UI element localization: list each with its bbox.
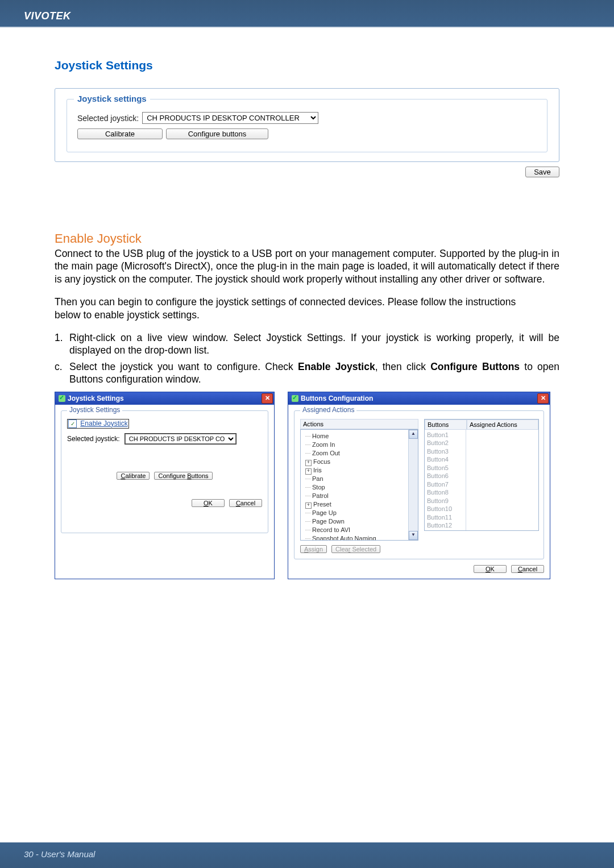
tree-item[interactable]: Zoom Out	[305, 449, 418, 458]
joystick-settings-fieldset: Joystick settings Selected joystick: CH …	[67, 99, 547, 152]
joystick-settings-panel: Joystick settings Selected joystick: CH …	[55, 88, 559, 162]
inner-legend: Joystick Settings	[67, 406, 122, 414]
footer-text: 30 - User's Manual	[24, 849, 95, 859]
window-title: Joystick Settings	[68, 394, 259, 402]
tree-connector	[305, 530, 310, 530]
calibrate-button[interactable]: Calibrate	[77, 128, 163, 139]
configure-buttons-button-2[interactable]: Configure Buttons	[154, 472, 212, 480]
selected-joystick-dropdown[interactable]: CH PRODUCTS IP DESKTOP CONTROLLER	[142, 112, 318, 124]
assigned-actions-column	[466, 430, 532, 530]
brand: VIVOTEK	[24, 10, 71, 22]
selected-joystick-dropdown-2[interactable]: CH PRODUCTS IP DESKTOP CON	[125, 434, 236, 444]
tree-item[interactable]: Stop	[305, 483, 418, 492]
section-title: Joystick Settings	[55, 59, 559, 72]
buttons-table[interactable]: Buttons Assigned Actions Button1Button2B…	[424, 419, 539, 531]
tree-connector	[305, 496, 310, 496]
enable-joystick-p2b: below to enable joystick settings.	[55, 309, 559, 321]
steps-list: 1. Right-click on a live view window. Se…	[55, 331, 559, 386]
table-row[interactable]: Button2	[427, 439, 463, 447]
cancel-button-b[interactable]: Cancel	[511, 565, 544, 573]
tree-connector	[305, 479, 310, 479]
tree-item-label: Pan	[312, 475, 323, 482]
table-row[interactable]: Button11	[427, 513, 463, 522]
scroll-up-icon[interactable]: ▲	[409, 430, 418, 439]
tree-item[interactable]: Patrol	[305, 492, 418, 500]
buttons-configuration-window: Buttons Configuration ✕ Assigned Actions…	[288, 392, 550, 579]
table-row[interactable]: Button3	[427, 447, 463, 456]
table-row[interactable]: Button1	[427, 431, 463, 439]
expand-icon[interactable]: +	[305, 460, 312, 466]
ok-button[interactable]: OK	[192, 499, 225, 507]
buttons-header: Buttons	[425, 420, 467, 430]
app-icon	[292, 395, 298, 402]
tree-connector	[305, 513, 310, 513]
step-1: 1. Right-click on a live view window. Se…	[55, 331, 559, 357]
tree-item-label: Record to AVI	[312, 526, 350, 533]
enable-joystick-checkbox[interactable]: ✓	[68, 420, 77, 428]
window-titlebar[interactable]: Joystick Settings ✕	[55, 392, 274, 405]
tree-item[interactable]: Record to AVI	[305, 526, 418, 534]
scrollbar[interactable]: ▲ ▼	[408, 430, 418, 540]
configure-buttons-button[interactable]: Configure buttons	[166, 128, 268, 139]
table-row[interactable]: Button4	[427, 455, 463, 464]
tree-item[interactable]: Page Up	[305, 509, 418, 517]
tree-item[interactable]: +Iris	[305, 466, 418, 475]
enable-joystick-field[interactable]: ✓ Enable Joystick	[67, 419, 129, 429]
cancel-button[interactable]: Cancel	[229, 499, 262, 507]
assigned-actions-fieldset: Assigned Actions Actions ▲ ▼ HomeZoom In…	[294, 410, 544, 559]
tree-connector	[305, 538, 310, 539]
clear-selected-button[interactable]: Clear Selected	[331, 545, 380, 553]
tree-item-label: Stop	[312, 484, 325, 491]
table-row[interactable]: Button12	[427, 521, 463, 530]
actions-header: Actions	[300, 419, 418, 429]
window-title-b: Buttons Configuration	[301, 394, 535, 402]
tree-item[interactable]: Snapshot Auto Naming	[305, 534, 418, 541]
tree-item[interactable]: +Focus	[305, 458, 418, 466]
expand-icon[interactable]: +	[305, 468, 312, 475]
tree-item[interactable]: +Preset	[305, 500, 418, 509]
table-row[interactable]: Button10	[427, 505, 463, 513]
window-titlebar-b[interactable]: Buttons Configuration ✕	[288, 392, 550, 405]
save-button[interactable]: Save	[525, 167, 559, 177]
tree-item[interactable]: Home	[305, 432, 418, 441]
table-row[interactable]: Button6	[427, 472, 463, 480]
expand-icon[interactable]: +	[305, 502, 312, 509]
table-row[interactable]: Button9	[427, 497, 463, 505]
tree-connector	[305, 521, 310, 522]
screenshot-row: Joystick Settings ✕ Joystick Settings ✓ …	[55, 392, 559, 579]
ok-button-b[interactable]: OK	[474, 565, 507, 573]
tree-item-label: Patrol	[312, 492, 329, 499]
joystick-settings-inner-fieldset: Joystick Settings ✓ Enable Joystick Sele…	[61, 410, 268, 533]
joystick-settings-window: Joystick Settings ✕ Joystick Settings ✓ …	[55, 392, 275, 579]
calibrate-button-2[interactable]: Calibrate	[117, 472, 150, 480]
tree-item[interactable]: Pan	[305, 475, 418, 483]
tree-connector	[305, 445, 310, 445]
assigned-actions-legend: Assigned Actions	[300, 406, 356, 414]
close-icon[interactable]: ✕	[537, 393, 549, 404]
tree-connector	[305, 453, 310, 454]
scroll-down-icon[interactable]: ▼	[409, 531, 418, 540]
actions-tree[interactable]: ▲ ▼ HomeZoom InZoom Out+Focus+IrisPanSto…	[300, 429, 418, 541]
table-row[interactable]: Button5	[427, 464, 463, 472]
close-icon[interactable]: ✕	[262, 393, 273, 404]
tree-item[interactable]: Page Down	[305, 517, 418, 526]
page-footer: 30 - User's Manual	[0, 842, 614, 868]
buttons-list[interactable]: Button1Button2Button3Button4Button5Butto…	[425, 430, 466, 530]
enable-joystick-p1: Connect to the USB plug of the joystick …	[55, 247, 559, 285]
tree-item[interactable]: Zoom In	[305, 441, 418, 449]
table-row[interactable]: Button8	[427, 488, 463, 497]
selected-joystick-label-2: Selected joystick:	[67, 435, 120, 443]
enable-joystick-link[interactable]: Enable Joystick	[80, 420, 127, 427]
selected-joystick-label: Selected joystick:	[77, 114, 139, 123]
assigned-actions-header: Assigned Actions	[467, 420, 538, 430]
tree-item-label: Zoom In	[312, 441, 335, 448]
page-header: VIVOTEK	[0, 0, 614, 27]
tree-connector	[305, 487, 310, 488]
tree-item-label: Focus	[313, 458, 330, 465]
assign-button[interactable]: Assign	[300, 545, 327, 553]
table-row[interactable]: Button7	[427, 480, 463, 489]
selected-joystick-field-2[interactable]: CH PRODUCTS IP DESKTOP CON	[125, 433, 237, 445]
tree-item-label: Snapshot Auto Naming	[312, 535, 376, 541]
tree-item-label: Home	[312, 433, 329, 439]
page-content: Joystick Settings Joystick settings Sele…	[0, 28, 614, 579]
